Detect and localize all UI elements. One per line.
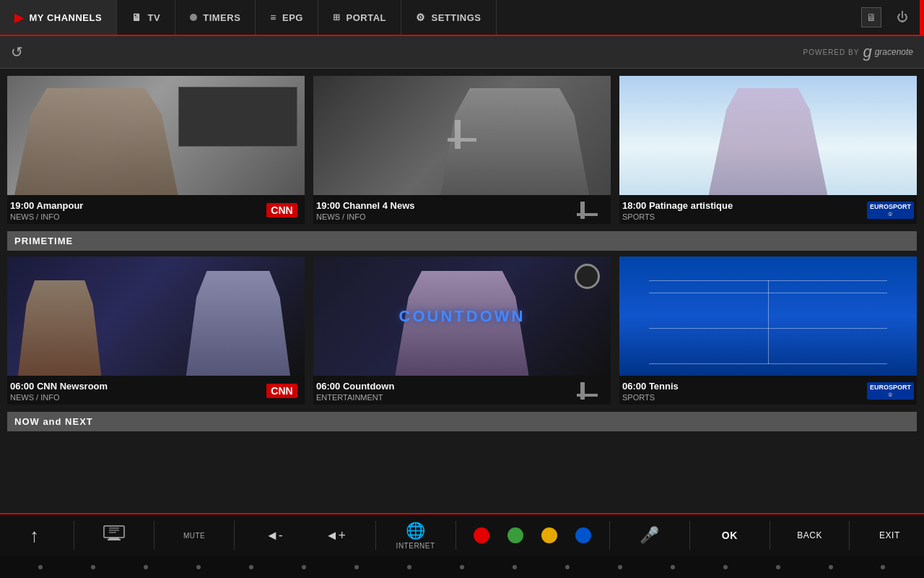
card-tennis[interactable]: 06:00 Tennis SPORTS EUROSPORT ① [619, 256, 917, 405]
dot-16 [829, 565, 833, 569]
my-channels-icon: ▶ [14, 11, 24, 25]
card-genre-amanpour: NEWS / INFO [10, 212, 262, 221]
card-info-patinage: 18:00 Patinage artistique SPORTS EUROSPO… [619, 195, 917, 224]
card-title-patinage: 18:00 Patinage artistique [622, 200, 867, 211]
card-thumb-tennis [619, 256, 917, 376]
card-text-tennis: 06:00 Tennis SPORTS [622, 381, 867, 402]
refresh-button[interactable]: ↺ [11, 43, 23, 61]
card-countdown[interactable]: COUNTDOWN 06:00 Countdown ENTERTAINMENT [313, 256, 611, 405]
vol-up-icon: ◄+ [326, 528, 346, 543]
exit-button[interactable]: EXIT [868, 530, 911, 540]
blue-button[interactable] [575, 527, 591, 543]
card-title-tennis: 06:00 Tennis [622, 381, 867, 392]
divider-8 [770, 521, 770, 550]
vol-up-button[interactable]: ◄+ [314, 528, 357, 543]
divider-7 [689, 521, 690, 550]
epg-icon: ≡ [270, 12, 276, 23]
dot-11 [565, 565, 570, 569]
card-title-amanpour: 19:00 Amanpour [10, 200, 262, 211]
card-info-ch4news: 19:00 Channel 4 News NEWS / INFO [313, 195, 611, 224]
section-header-primetime: PRIMETIME [7, 231, 917, 251]
settings-gear-icon: ⚙ [416, 12, 426, 23]
dot-9 [460, 565, 464, 569]
nav-item-timers[interactable]: TIMERS [175, 0, 256, 35]
monitor-button[interactable]: 🖥 [861, 7, 881, 27]
powered-by-logo: POWERED BY g gracenote [803, 43, 913, 61]
dot-row [0, 556, 924, 578]
card-amanpour[interactable]: 19:00 Amanpour NEWS / INFO CNN [7, 76, 305, 224]
dot-13 [671, 565, 675, 569]
svg-rect-1 [109, 538, 119, 539]
nav-label-settings: SETTINGS [431, 12, 481, 23]
card-thumb-countdown: COUNTDOWN [313, 256, 611, 376]
svg-rect-2 [108, 539, 121, 540]
card-logo-ch4-1 [568, 199, 608, 221]
card-title-ch4news: 19:00 Channel 4 News [316, 200, 568, 211]
cnn-logo-2: CNN [266, 384, 297, 398]
red-button[interactable] [474, 527, 489, 543]
dot-2 [91, 565, 95, 569]
power-icon: ⏻ [897, 11, 908, 24]
gracenote-text: gracenote [875, 47, 913, 57]
back-button[interactable]: BACK [788, 530, 832, 540]
mute-button[interactable]: MUTE [173, 532, 216, 540]
nav-item-settings[interactable]: ⚙ SETTINGS [401, 0, 497, 35]
nav-label-timers: TIMERS [203, 12, 240, 23]
dot-7 [354, 565, 359, 569]
card-title-countdown: 06:00 Countdown [316, 381, 568, 392]
dot-10 [513, 565, 517, 569]
divider-9 [849, 521, 850, 550]
card-text-countdown: 06:00 Countdown ENTERTAINMENT [316, 381, 568, 402]
nav-right-controls: 🖥 ⏻ [861, 0, 920, 35]
card-text-ch4news: 19:00 Channel 4 News NEWS / INFO [316, 200, 568, 221]
dot-5 [249, 565, 253, 569]
internet-globe-icon: 🌐 [406, 522, 425, 540]
card-ch4-news[interactable]: 19:00 Channel 4 News NEWS / INFO [313, 76, 611, 224]
screen-button[interactable] [92, 525, 136, 545]
nav-label-my-channels: MY CHANNELS [30, 12, 103, 23]
card-info-tennis: 06:00 Tennis SPORTS EUROSPORT ① [619, 376, 917, 405]
card-patinage[interactable]: 18:00 Patinage artistique SPORTS EUROSPO… [619, 76, 917, 224]
card-thumb-amanpour [7, 76, 305, 195]
card-logo-eurosport-2: EUROSPORT ① [867, 380, 914, 402]
internet-button[interactable]: 🌐 INTERNET [394, 522, 437, 550]
exit-label: EXIT [879, 530, 900, 540]
card-genre-patinage: SPORTS [622, 212, 867, 221]
card-thumb-cnn-newsroom [7, 256, 305, 376]
card-cnn-newsroom[interactable]: 06:00 CNN Newsroom NEWS / INFO CNN [7, 256, 305, 405]
monitor-icon: 🖥 [866, 12, 876, 23]
dot-12 [618, 565, 622, 569]
vol-down-button[interactable]: ◄- [253, 528, 296, 543]
card-logo-cnn-1: CNN [262, 199, 302, 221]
channel4-logo-svg [575, 200, 602, 220]
featured-row: 19:00 Amanpour NEWS / INFO CNN [7, 76, 917, 224]
nav-item-epg[interactable]: ≡ EPG [256, 0, 318, 35]
ok-button[interactable]: OK [708, 530, 751, 541]
divider-6 [609, 521, 610, 550]
mic-button[interactable]: 🎤 [628, 526, 671, 545]
ok-label: OK [722, 530, 738, 541]
dot-17 [881, 565, 885, 569]
yellow-button[interactable] [541, 527, 557, 543]
nav-label-tv: TV [148, 12, 161, 23]
divider-1 [74, 521, 74, 550]
up-arrow-icon: ↑ [30, 525, 39, 547]
power-button[interactable]: ⏻ [892, 7, 912, 27]
gracenote-logo: g gracenote [863, 43, 913, 61]
tv-icon: 🖥 [131, 12, 142, 23]
dot-15 [776, 565, 780, 569]
divider-4 [375, 521, 376, 550]
timers-dot-icon [190, 14, 197, 21]
nav-item-portal[interactable]: ⊞ PORTAL [318, 0, 401, 35]
divider-5 [456, 521, 456, 550]
green-button[interactable] [507, 527, 523, 543]
card-info-amanpour: 19:00 Amanpour NEWS / INFO CNN [7, 195, 305, 224]
up-button[interactable]: ↑ [12, 525, 56, 547]
dot-14 [723, 565, 728, 569]
screen-svg-icon [103, 525, 125, 541]
primetime-row: 06:00 CNN Newsroom NEWS / INFO CNN COUNT… [7, 256, 917, 405]
card-title-cnn-newsroom: 06:00 CNN Newsroom [10, 381, 262, 392]
nav-item-tv[interactable]: 🖥 TV [117, 0, 175, 35]
nav-item-my-channels[interactable]: ▶ MY CHANNELS [0, 0, 117, 35]
card-thumb-ch4news [313, 76, 611, 195]
